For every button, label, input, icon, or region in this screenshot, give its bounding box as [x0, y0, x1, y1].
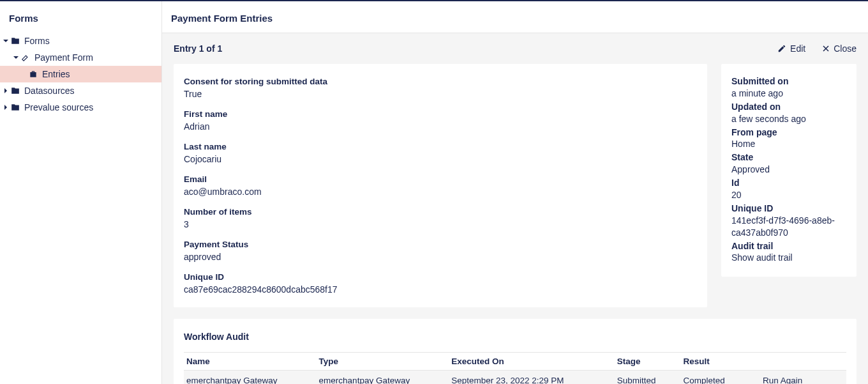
cell-result: Completed	[680, 371, 760, 385]
field-label: Number of items	[184, 207, 697, 217]
field-label: Last name	[184, 142, 697, 151]
tree-node-entries[interactable]: Entries	[0, 66, 161, 82]
col-stage: Stage	[615, 353, 681, 371]
meta-label: Updated on	[731, 101, 846, 113]
caret-right-icon[interactable]	[3, 88, 9, 94]
entry-counter: Entry 1 of 1	[174, 43, 222, 54]
field-row: Email aco@umbraco.com	[184, 174, 697, 197]
entry-meta-card: Submitted on a minute ago Updated on a f…	[721, 64, 857, 277]
field-row: Unique ID ca87e69cac288294c8600dcabc568f…	[184, 272, 697, 295]
close-icon	[822, 45, 830, 52]
briefcase-icon	[28, 69, 38, 79]
col-type: Type	[317, 353, 449, 371]
field-label: Consent for storing submitted data	[184, 77, 697, 86]
field-label: Payment Status	[184, 240, 697, 249]
tree-node-label: Datasources	[24, 86, 75, 96]
col-name: Name	[184, 353, 317, 371]
meta-value: a few seconds ago	[731, 113, 846, 125]
folder-icon	[10, 102, 20, 112]
meta-value: Approved	[731, 164, 846, 176]
field-label: Email	[184, 174, 697, 184]
field-value: True	[184, 89, 697, 99]
meta-label: Unique ID	[731, 203, 846, 215]
col-executed-on: Executed On	[449, 353, 615, 371]
meta-label: Submitted on	[731, 75, 846, 88]
tree-node-label: Entries	[42, 69, 70, 79]
field-value: 3	[184, 219, 697, 229]
field-row: Consent for storing submitted data True	[184, 77, 697, 99]
field-row: First name Adrian	[184, 109, 697, 132]
main-content: Payment Form Entries Entry 1 of 1 Edit	[162, 1, 868, 384]
tree: Forms Payment Form	[0, 33, 161, 116]
folder-icon	[10, 36, 20, 46]
meta-value: Home	[731, 138, 846, 150]
col-action	[760, 353, 846, 371]
close-button-label: Close	[834, 43, 857, 54]
entry-toolbar: Entry 1 of 1 Edit Close	[162, 33, 868, 64]
field-value: approved	[184, 252, 697, 262]
tree-node-label: Forms	[24, 36, 50, 46]
meta-label: Id	[731, 177, 846, 189]
workflow-table: Name Type Executed On Stage Result emerc…	[184, 352, 846, 384]
caret-down-icon[interactable]	[13, 54, 19, 61]
sidebar: Forms Forms	[0, 1, 162, 384]
close-button[interactable]: Close	[822, 43, 857, 54]
tree-node-label: Prevalue sources	[24, 102, 93, 112]
show-audit-trail-link[interactable]: Show audit trail	[731, 252, 846, 264]
edit-button[interactable]: Edit	[777, 43, 805, 54]
tree-node-datasources[interactable]: Datasources	[0, 82, 161, 99]
folder-icon	[10, 86, 20, 96]
field-row: Payment Status approved	[184, 240, 697, 262]
meta-value: 141ecf3f-d7f3-4696-a8eb-ca437ab0f970	[731, 215, 846, 239]
table-header-row: Name Type Executed On Stage Result	[184, 353, 846, 371]
meta-label: State	[731, 151, 846, 164]
sidebar-title: Forms	[0, 1, 161, 33]
field-row: Number of items 3	[184, 207, 697, 229]
field-row: Last name Cojocariu	[184, 142, 697, 164]
tree-node-forms[interactable]: Forms	[0, 33, 161, 49]
field-value: Cojocariu	[184, 154, 697, 164]
workflow-audit-card: Workflow Audit Name Type Executed On Sta…	[174, 319, 857, 384]
field-label: Unique ID	[184, 272, 697, 282]
cell-stage: Submitted	[615, 371, 681, 385]
page-title: Payment Form Entries	[162, 1, 868, 33]
field-value: aco@umbraco.com	[184, 187, 697, 197]
meta-value: 20	[731, 189, 846, 201]
workflow-audit-title: Workflow Audit	[184, 332, 846, 342]
run-again-link[interactable]: Run Again	[763, 376, 802, 384]
edit-button-label: Edit	[790, 43, 805, 54]
field-value: ca87e69cac288294c8600dcabc568f17	[184, 284, 697, 295]
field-value: Adrian	[184, 121, 697, 132]
cell-executed-on: September 23, 2022 2:29 PM	[449, 371, 615, 385]
field-label: First name	[184, 109, 697, 119]
col-result: Result	[680, 353, 760, 371]
tree-node-payment-form[interactable]: Payment Form	[0, 49, 161, 66]
entry-details-card: Consent for storing submitted data True …	[174, 64, 707, 307]
cell-name: emerchantpay Gateway	[184, 371, 317, 385]
pencil-icon	[777, 44, 786, 53]
meta-value: a minute ago	[731, 88, 846, 100]
edit-form-icon	[20, 52, 31, 63]
caret-right-icon[interactable]	[3, 104, 9, 111]
tree-node-label: Payment Form	[34, 52, 93, 63]
tree-node-prevalue-sources[interactable]: Prevalue sources	[0, 99, 161, 116]
cell-type: emerchantpay Gateway	[317, 371, 449, 385]
meta-label: Audit trail	[731, 240, 846, 252]
caret-down-icon[interactable]	[3, 38, 9, 44]
meta-label: From page	[731, 127, 846, 139]
table-row: emerchantpay Gateway emerchantpay Gatewa…	[184, 371, 846, 385]
